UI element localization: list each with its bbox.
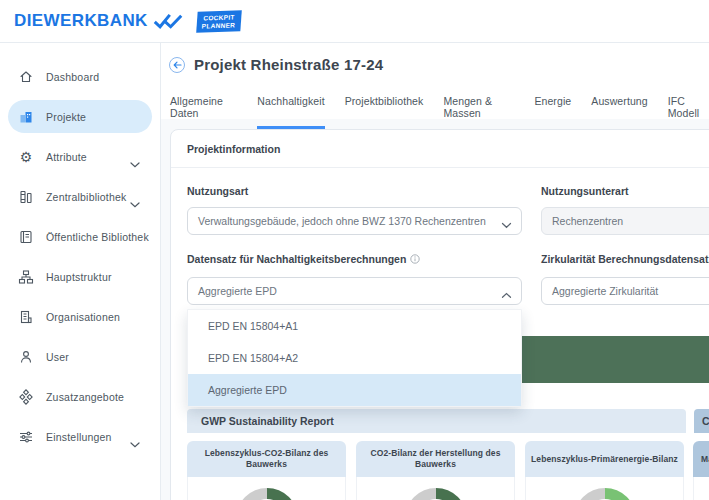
report-card-title: Lebenszyklus-CO2-Bilanz des Bauwerks (187, 441, 346, 477)
double-check-icon (153, 13, 183, 29)
chevron-down-icon (501, 219, 512, 231)
chevron-down-icon (130, 434, 140, 452)
sidebar-item-label: Hauptstruktur (46, 271, 112, 283)
report-card-body (187, 477, 346, 500)
label-text: Nutzungsunterart (541, 185, 629, 197)
sidebar-item-user[interactable]: User (8, 340, 152, 373)
tab-auswertung[interactable]: Auswertung (591, 95, 647, 129)
sidebar-item-projekte[interactable]: Projekte (8, 100, 152, 133)
project-info-card: Projektinformation Nutzungsart Verwaltun… (170, 129, 709, 500)
info-icon[interactable] (410, 254, 420, 264)
sliders-icon (18, 429, 34, 445)
page-title: Projekt Rheinstraße 17-24 (194, 56, 383, 73)
label-text: Zirkularität Berechnungsdatensatz (541, 253, 709, 265)
report-tab-clipped[interactable]: C (694, 409, 709, 433)
report-card-clipped: Mat (693, 441, 709, 500)
sidebar-item-label: Einstellungen (46, 431, 112, 443)
report-card-title: CO2-Bilanz der Herstellung des Bauwerks (356, 441, 515, 477)
brand-logo: DIEWERKBANK (14, 11, 148, 31)
sidebar-item-zentralbibliothek[interactable]: Zentralbibliothek (8, 180, 152, 213)
sidebar-nav: Dashboard Projekte ⚙ Attribute Zentralbi… (0, 43, 161, 500)
sidebar-item-label: Attribute (46, 151, 87, 163)
back-button[interactable] (169, 57, 185, 73)
gear-icon: ⚙ (18, 149, 34, 165)
sidebar-item-label: Dashboard (46, 71, 99, 83)
sidebar-item-organisationen[interactable]: Organisationen (8, 300, 152, 333)
home-icon (18, 69, 34, 85)
tab-nachhaltigkeit[interactable]: Nachhaltigkeit (257, 95, 324, 129)
report-card-body (693, 477, 709, 500)
sidebar-item-label: Projekte (46, 111, 86, 123)
sidebar-item-label: User (46, 351, 69, 363)
report-card-body (356, 477, 515, 500)
sidebar-item-label: Organisationen (46, 311, 120, 323)
report-card-primaerenergie: Lebenszyklus-Primärenergie-Bilanz (525, 441, 684, 500)
tab-projektbibliothek[interactable]: Projektbibliothek (345, 95, 424, 129)
option-aggregierte-epd[interactable]: Aggregierte EPD (188, 374, 521, 406)
sidebar-item-einstellungen[interactable]: Einstellungen (8, 420, 152, 453)
tab-allgemeine-daten[interactable]: Allgemeine Daten (170, 95, 237, 129)
datensatz-select[interactable]: Aggregierte EPD (187, 277, 522, 305)
tab-bar: Allgemeine Daten Nachhaltigkeit Projektb… (170, 95, 709, 129)
datensatz-label: Datensatz für Nachhaltigkeitsberechnunge… (187, 253, 420, 265)
sidebar-item-zusatzangebote[interactable]: Zusatzangebote (8, 380, 152, 413)
user-icon (18, 349, 34, 365)
nutzungsart-select[interactable]: Verwaltungsgebäude, jedoch ohne BWZ 1370… (187, 207, 522, 235)
tab-mengen-massen[interactable]: Mengen & Massen (443, 95, 514, 129)
option-epd-a2[interactable]: EPD EN 15804+A2 (188, 342, 521, 374)
select-value: Aggregierte Zirkularität (552, 285, 658, 297)
report-card-lebenszyklus-co2: Lebenszyklus-CO2-Bilanz des Bauwerks (187, 441, 346, 500)
page-header: Projekt Rheinstraße 17-24 Allgemeine Dat… (161, 43, 709, 119)
sidebar-item-hauptstruktur[interactable]: Hauptstruktur (8, 260, 152, 293)
chevron-down-icon (130, 154, 140, 172)
sidebar-item-oeffentliche-bibliothek[interactable]: Öffentliche Bibliothek (8, 220, 152, 253)
diamonds-icon (18, 389, 34, 405)
report-card-title: Mat (693, 441, 709, 477)
donut-chart (236, 488, 298, 500)
sidebar-item-label: Öffentliche Bibliothek (46, 231, 149, 243)
book-icon (18, 229, 34, 245)
zirkularitaet-label: Zirkularität Berechnungsdatensatz (541, 253, 709, 265)
cockpit-planner-badge: COCKPIT PLANNER (196, 10, 241, 33)
label-text: Nutzungsart (187, 185, 248, 197)
tab-ifc-modell[interactable]: IFC Modell (668, 95, 709, 129)
sidebar-item-label: Zentralbibliothek (46, 191, 126, 203)
sidebar-item-dashboard[interactable]: Dashboard (8, 60, 152, 93)
main-content: Projekt Rheinstraße 17-24 Allgemeine Dat… (161, 43, 709, 500)
donut-chart (405, 488, 467, 500)
arrow-left-icon (173, 61, 182, 69)
input-value: Rechenzentren (552, 215, 623, 227)
zirkularitaet-select[interactable]: Aggregierte Zirkularität (541, 277, 709, 305)
chevron-up-icon (501, 289, 512, 301)
badge-line2: PLANNER (201, 21, 235, 29)
organization-icon (18, 309, 34, 325)
section-title: Projektinformation (187, 143, 280, 155)
chevron-down-icon (130, 194, 140, 212)
top-bar: DIEWERKBANK COCKPIT PLANNER (0, 0, 709, 43)
option-epd-a1[interactable]: EPD EN 15804+A1 (188, 310, 521, 342)
select-value: Aggregierte EPD (198, 285, 277, 297)
nutzungsart-label: Nutzungsart (187, 185, 248, 197)
donut-chart (574, 488, 636, 500)
nutzungsunterart-input: Rechenzentren (541, 207, 709, 235)
report-card-co2-herstellung: CO2-Bilanz der Herstellung des Bauwerks (356, 441, 515, 500)
hierarchy-icon (18, 269, 34, 285)
datensatz-dropdown-panel: EPD EN 15804+A1 EPD EN 15804+A2 Aggregie… (187, 309, 522, 407)
report-card-body (525, 477, 684, 500)
report-card-title: Lebenszyklus-Primärenergie-Bilanz (525, 441, 684, 477)
badge-line1: COCKPIT (203, 13, 235, 21)
label-text: Datensatz für Nachhaltigkeitsberechnunge… (187, 253, 406, 265)
tab-energie[interactable]: Energie (534, 95, 571, 129)
nutzungsunterart-label: Nutzungsunterart (541, 185, 629, 197)
app-window: DIEWERKBANK COCKPIT PLANNER Dashboard Pr… (0, 0, 709, 500)
title-row: Projekt Rheinstraße 17-24 (169, 56, 383, 73)
report-tab-gwp[interactable]: GWP Sustainability Report (187, 409, 686, 433)
sidebar-item-attribute[interactable]: ⚙ Attribute (8, 140, 152, 173)
section-divider (171, 167, 709, 168)
library-icon (18, 189, 34, 205)
sidebar-item-label: Zusatzangebote (46, 391, 124, 403)
select-value: Verwaltungsgebäude, jedoch ohne BWZ 1370… (198, 215, 486, 227)
buildings-icon (18, 109, 34, 125)
